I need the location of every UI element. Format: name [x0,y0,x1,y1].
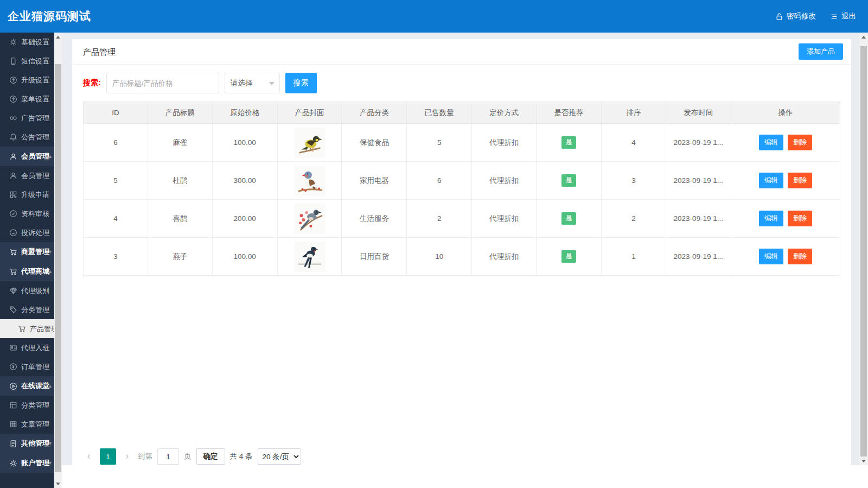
sidebar-scrollbar[interactable] [54,33,62,488]
cell-pricing: 代理折扣 [472,238,537,276]
sidebar-section-online-classroom[interactable]: 在线课堂▲ [0,376,54,396]
sidebar-section-account-management[interactable]: 账户管理▼ [0,453,54,473]
delete-button[interactable]: 删除 [788,211,812,226]
cell-id: 3 [84,238,148,276]
cell-actions: 编辑删除 [731,162,840,200]
sidebar-item-agent-entry[interactable]: 代理入驻 [0,338,54,357]
page-title: 产品管理 [83,47,116,56]
cell-recommended: 是 [537,238,602,276]
cell-publish-time: 2023-09-19 1... [666,238,731,276]
scroll-down-arrow-icon[interactable] [859,457,868,465]
scroll-up-arrow-icon[interactable] [859,33,868,41]
cart-icon [18,325,26,333]
cell-sort: 3 [602,162,666,200]
sidebar-section-label: 账户管理 [21,458,49,468]
sidebar-section-label: 会员管理 [21,151,49,161]
edit-button[interactable]: 编辑 [759,211,783,226]
sidebar-item-product-management[interactable]: 产品管理 [0,319,54,338]
cell-sold: 6 [407,162,472,200]
sidebar-section-label: 商盟管理 [21,247,49,257]
table-row: 4 喜鹊 200.00 [84,200,840,238]
edit-button[interactable]: 编辑 [759,135,783,150]
scroll-down-arrow-icon[interactable] [54,479,62,488]
sidebar-item-menu-settings[interactable]: 菜单设置 [0,90,54,109]
cell-publish-time: 2023-09-19 1... [666,200,731,238]
sidebar-item-label: 订单管理 [21,362,49,372]
menu-lines-icon [830,12,838,21]
page-scrollbar-thumb[interactable] [860,46,867,457]
sidebar-item-article-management[interactable]: 文章管理 [0,415,54,434]
logout-link[interactable]: 退出 [830,11,856,21]
phone-icon [9,57,17,65]
sidebar-section-other-management[interactable]: 其他管理▼ [0,434,54,453]
search-button[interactable]: 搜索 [285,73,317,93]
sidebar-item-label: 文章管理 [21,420,49,429]
gear-icon [9,38,17,46]
sidebar-item-sms-settings[interactable]: 短信设置 [0,52,54,71]
sidebar-section-agent-mall[interactable]: 代理商城▲ [0,262,54,281]
table-row: 5 杜鹃 300.00 [84,162,840,200]
chevron-up-icon: ▲ [48,383,53,389]
scroll-up-arrow-icon[interactable] [54,33,62,41]
delete-button[interactable]: 删除 [788,135,812,150]
frown-icon [9,229,17,237]
edit-button[interactable]: 编辑 [759,173,783,188]
sidebar-item-label: 广告管理 [21,113,49,123]
page-size-select[interactable]: 20 条/页 [258,448,301,465]
cell-recommended: 是 [537,200,602,238]
delete-button[interactable]: 删除 [788,173,812,188]
page-scrollbar[interactable] [859,33,868,465]
sidebar-item-label: 短信设置 [21,56,49,66]
cell-sort: 2 [602,200,666,238]
sidebar-item-label: 分类管理 [21,401,49,410]
sidebar-item-ad-management[interactable]: 广告管理 [0,109,54,128]
sidebar-item-basic-settings[interactable]: 基础设置 [0,33,54,52]
add-product-button[interactable]: 添加产品 [799,43,843,60]
sidebar-scrollbar-thumb[interactable] [55,64,61,472]
sidebar-item-label: 资料审核 [21,209,49,219]
page-number-button[interactable]: 1 [100,448,116,465]
search-category-select[interactable]: 请选择 [225,73,280,93]
cell-actions: 编辑删除 [731,238,840,276]
sidebar-item-complaint-handling[interactable]: 投诉处理 [0,223,54,242]
sidebar-item-label: 代理入驻 [21,343,49,353]
goto-page-input[interactable] [157,448,179,465]
user-icon [9,172,17,180]
sidebar-item-agent-level[interactable]: 代理级别 [0,281,54,300]
cell-cover [277,200,342,238]
prev-page-button[interactable] [83,448,95,465]
confirm-page-button[interactable]: 确定 [196,448,225,465]
cell-price: 100.00 [212,124,277,162]
sidebar-section-member-management[interactable]: 会员管理▲ [0,147,54,166]
password-change-link[interactable]: 密码修改 [775,11,816,21]
product-table: ID 产品标题 原始价格 产品封面 产品分类 已售数量 定价方式 是否推荐 排序… [83,102,840,276]
edit-button[interactable]: 编辑 [759,249,783,264]
column-header-price: 原始价格 [212,102,277,124]
sidebar-item-announcement-management[interactable]: 公告管理 [0,128,54,147]
sidebar-item-member-management[interactable]: 会员管理 [0,166,54,185]
next-page-button[interactable] [121,448,133,465]
sidebar-item-category-management[interactable]: 分类管理 [0,300,54,319]
id-card-icon [9,344,17,352]
column-header-id: ID [84,102,148,124]
cell-sold: 5 [407,124,472,162]
sidebar-section-label: 在线课堂 [21,381,49,391]
column-header-pricing: 定价方式 [472,102,537,124]
sidebar-item-data-review[interactable]: 资料审核 [0,204,54,223]
column-header-publish-time: 发布时间 [666,102,731,124]
cell-cover [277,238,342,276]
column-header-title: 产品标题 [148,102,212,124]
table-icon [9,420,17,428]
sidebar-section-alliance-management[interactable]: 商盟管理▼ [0,242,54,262]
delete-button[interactable]: 删除 [788,249,812,264]
lock-icon [775,12,783,21]
sidebar-item-label: 升级申请 [21,190,49,200]
cart-icon [9,248,17,256]
sidebar-item-order-management[interactable]: 订单管理 [0,357,54,376]
sidebar-item-upgrade-settings[interactable]: 升级设置 [0,71,54,90]
sidebar-item-classroom-category-management[interactable]: 分类管理 [0,396,54,415]
sidebar-item-upgrade-application[interactable]: 升级申请 [0,185,54,204]
cell-id: 4 [84,200,148,238]
search-input[interactable] [106,73,219,93]
sidebar-item-label: 分类管理 [21,305,49,315]
